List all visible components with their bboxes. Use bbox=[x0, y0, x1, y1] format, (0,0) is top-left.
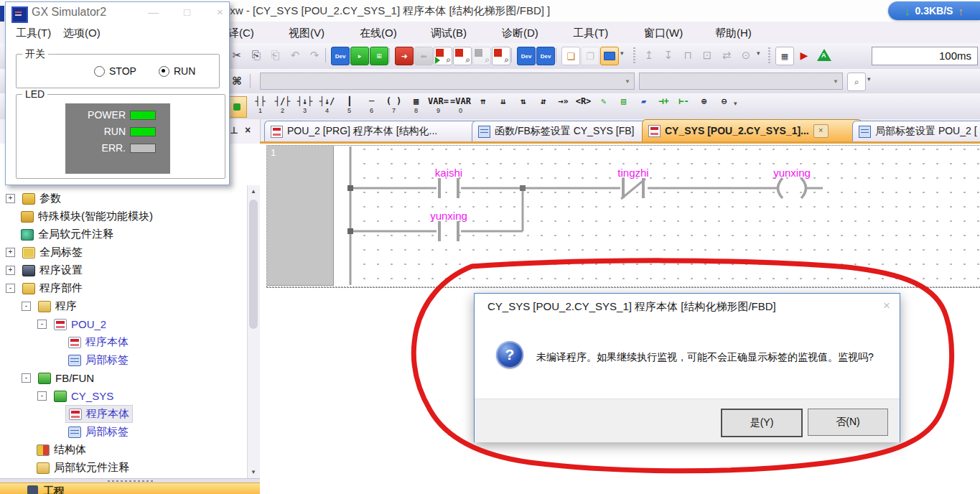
tree-item-参数[interactable]: +参数 bbox=[6, 190, 64, 208]
redo-icon[interactable]: ↷ bbox=[306, 47, 323, 64]
expand-icon[interactable]: + bbox=[6, 266, 15, 275]
debug-break-icon[interactable]: ⇄ bbox=[718, 47, 735, 64]
coil-label[interactable]: yunxing bbox=[760, 167, 824, 179]
tree-item-程序设置[interactable]: +程序设置 bbox=[6, 261, 85, 279]
ladder-symbol-icon-6[interactable]: ─6 bbox=[361, 95, 382, 117]
monitor-mode-icon[interactable] bbox=[600, 47, 619, 65]
simulator-titlebar[interactable]: GX Simulator2 — □ × bbox=[6, 2, 229, 24]
tree-item-局部标签[interactable]: 局部标签 bbox=[53, 351, 131, 369]
toolbar-overflow-icon[interactable]: ▾ bbox=[867, 75, 871, 83]
tab-3[interactable]: CY_SYS [POU_2.CY_SYS_1]...× bbox=[642, 119, 862, 141]
radio-circle[interactable] bbox=[94, 66, 105, 77]
yes-button[interactable]: 是(Y) bbox=[721, 409, 803, 437]
monitor-pause-icon[interactable]: ⌕ bbox=[472, 47, 491, 65]
run-radio[interactable]: RUN bbox=[159, 65, 195, 77]
tree-item-全局软元件注释[interactable]: 全局软元件注释 bbox=[6, 225, 116, 243]
comment-display-icon[interactable]: ❏ bbox=[561, 47, 580, 65]
ladder-symbol-icon-▰[interactable]: ▰ bbox=[633, 95, 654, 117]
tree-item-结构体[interactable]: 结构体 bbox=[22, 441, 89, 459]
tab-close-icon[interactable]: × bbox=[813, 124, 829, 138]
ladder-symbol-icon-⇵[interactable]: ⇵ bbox=[533, 95, 554, 117]
network-speed-overlay[interactable]: ↓ 0.3KB/S ↑ bbox=[888, 1, 980, 20]
ladder-symbol-icon-⇊[interactable]: ⇊ bbox=[493, 95, 513, 117]
tab-4[interactable]: 局部标签设置 POU_2 [ bbox=[852, 121, 980, 141]
collapse-icon[interactable]: - bbox=[22, 302, 31, 311]
maximize-icon[interactable]: □ bbox=[184, 6, 190, 18]
monitor-stop-icon[interactable]: ⌕ bbox=[453, 47, 472, 65]
ladder-symbol-icon-<R>[interactable]: <R> bbox=[573, 95, 594, 117]
ladder-symbol-icon-▤[interactable]: ▤ bbox=[613, 95, 634, 117]
undo-icon[interactable]: ↶ bbox=[286, 47, 304, 64]
ladder-symbol-icon-✎[interactable]: ✎ bbox=[593, 95, 614, 117]
ladder-symbol-icon-⊢-[interactable]: ⊢- bbox=[673, 95, 694, 117]
ladder-symbol-icon-3[interactable]: ┤↓├3 bbox=[294, 95, 315, 117]
ladder-symbol-icon-5[interactable]: ┃5 bbox=[339, 95, 360, 117]
cut-icon[interactable]: ✂ bbox=[228, 47, 246, 64]
device-test-icon[interactable]: ⊞ bbox=[370, 47, 388, 65]
ladder-symbol-icon-2[interactable]: ┤/├2 bbox=[272, 95, 293, 117]
tree-item-CY_SYS[interactable]: -CY_SYS bbox=[37, 387, 116, 405]
ladder-symbol-icon-0[interactable]: =VAR0 bbox=[450, 95, 471, 117]
branch-contact-label[interactable]: yunxing bbox=[416, 210, 481, 222]
ladder-symbol-icon-4[interactable]: ┤↓/4 bbox=[317, 95, 337, 117]
toolbar-overflow-icon[interactable]: ▾ bbox=[757, 50, 760, 57]
panel-pin-icon[interactable]: ⊥ bbox=[230, 125, 238, 136]
ladder-symbol-icon-7[interactable]: ( )7 bbox=[383, 95, 404, 117]
menu-tools[interactable]: 工具(T) bbox=[16, 27, 51, 40]
expand-icon[interactable]: + bbox=[6, 194, 15, 203]
toolbar-overflow-icon[interactable]: ▾ bbox=[734, 100, 737, 107]
scroll-thumb[interactable] bbox=[249, 200, 258, 329]
menu-item-5[interactable]: 工具(T) bbox=[569, 25, 612, 42]
debug-step-over-icon[interactable]: ↧ bbox=[660, 47, 677, 64]
ladder-symbol-icon-→»[interactable]: →» bbox=[553, 95, 574, 117]
read-from-plc-icon[interactable]: ⬅ bbox=[414, 47, 433, 65]
monitor-write-icon[interactable]: ⌕ bbox=[492, 47, 510, 65]
ladder-symbol-icon-8[interactable]: ▦8 bbox=[406, 95, 426, 117]
device-batch-monitor-icon[interactable]: Dev bbox=[517, 47, 536, 65]
ladder-symbol-icon-⊣+[interactable]: ⊣+ bbox=[653, 95, 674, 117]
scroll-up-icon[interactable]: ▲ bbox=[248, 185, 259, 197]
tree-item-程序部件[interactable]: -程序部件 bbox=[6, 279, 85, 297]
ladder-symbol-icon-⊖[interactable]: ⊖ bbox=[714, 95, 734, 117]
write-to-plc-icon[interactable]: ➜ bbox=[395, 47, 414, 65]
ladder-symbol-icon-⊕[interactable]: ⊕ bbox=[694, 95, 714, 117]
simulation-start-icon[interactable]: ▶ bbox=[795, 47, 813, 64]
paste-icon[interactable]: ⎗ bbox=[267, 47, 284, 64]
scroll-down-icon[interactable]: ▼ bbox=[248, 466, 259, 478]
expand-icon[interactable]: + bbox=[6, 248, 15, 257]
no-button[interactable]: 否(N) bbox=[808, 409, 888, 436]
ladder-symbol-icon-⇅[interactable]: ⇅ bbox=[513, 95, 533, 117]
monitor-start-icon[interactable]: ⌕ bbox=[434, 47, 452, 65]
debug-pulse-icon[interactable]: ⊓ bbox=[679, 47, 696, 64]
menu-item-3[interactable]: 调试(B) bbox=[426, 25, 471, 42]
device-monitor-icon[interactable]: ▸ bbox=[350, 47, 369, 65]
close-icon[interactable]: × bbox=[217, 6, 223, 18]
scan-time-field[interactable]: 100ms bbox=[872, 47, 978, 65]
debug-skip-icon[interactable]: ⊡ bbox=[699, 47, 716, 64]
tree-item-FB/FUN[interactable]: -FB/FUN bbox=[22, 369, 97, 387]
toolbar-overflow-icon[interactable]: ▾ bbox=[620, 50, 624, 57]
panel-close-icon[interactable]: × bbox=[245, 124, 251, 136]
contact-label[interactable]: tingzhi bbox=[601, 167, 666, 179]
tree-item-程序本体[interactable]: 程序本体 bbox=[53, 405, 133, 423]
tree-item-局部标签[interactable]: 局部标签 bbox=[53, 423, 131, 441]
tree-item-程序[interactable]: -程序 bbox=[22, 297, 80, 315]
find-device-combobox[interactable]: ▼ bbox=[639, 73, 843, 90]
dialog-close-icon[interactable]: × bbox=[883, 299, 890, 313]
toolbar-grip[interactable] bbox=[768, 47, 770, 65]
device-display-icon[interactable]: Dev bbox=[331, 47, 350, 65]
collapse-icon[interactable]: - bbox=[37, 391, 47, 401]
copy-icon[interactable]: ⎘ bbox=[248, 47, 265, 64]
statement-display-icon[interactable]: ❐ bbox=[581, 47, 599, 65]
collapse-icon[interactable]: - bbox=[22, 373, 31, 383]
select-mode-icon[interactable] bbox=[227, 96, 247, 118]
doc-find-icon[interactable]: ⌕ bbox=[847, 73, 866, 91]
debug-step-icon[interactable]: ↥ bbox=[640, 47, 658, 64]
menu-item-4[interactable]: 诊断(D) bbox=[498, 25, 543, 42]
tree-item-特殊模块(智能功能模块)[interactable]: 特殊模块(智能功能模块) bbox=[6, 208, 156, 225]
ladder-symbol-icon-⇈[interactable]: ⇈ bbox=[472, 95, 493, 117]
ladder-symbol-icon-1[interactable]: ┤├1 bbox=[250, 95, 271, 117]
menu-item-1[interactable]: 视图(V) bbox=[284, 25, 329, 42]
contact-label[interactable]: kaishi bbox=[416, 167, 481, 179]
simulator-icon[interactable]: ▦ bbox=[775, 47, 794, 65]
